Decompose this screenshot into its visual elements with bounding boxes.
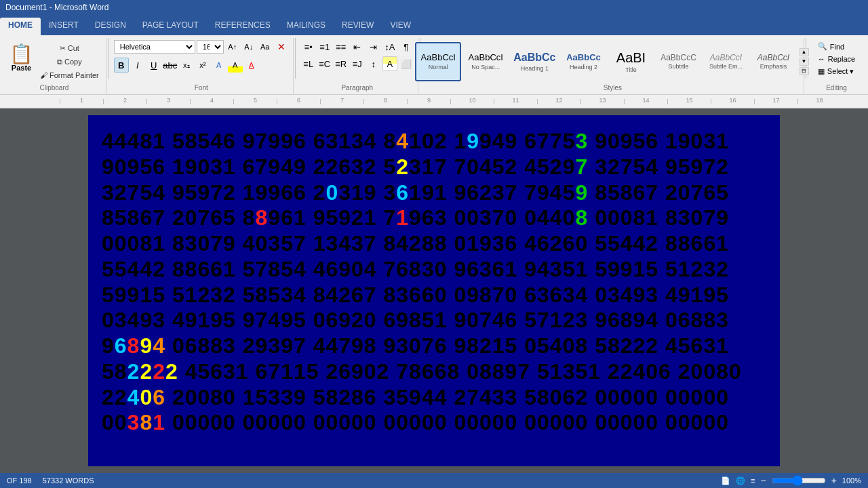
increase-font-button[interactable]: A↑	[225, 39, 240, 54]
clipboard-group-label: Clipboard	[39, 84, 68, 92]
find-label: Find	[830, 43, 844, 51]
clear-format-button[interactable]: ✕	[274, 39, 289, 54]
increase-indent-button[interactable]: ⇥	[366, 39, 381, 54]
italic-button[interactable]: I	[130, 58, 145, 73]
editing-group: 🔍 Find ↔ Replace ▦ Select ▾ Editing	[808, 38, 865, 94]
line-spacing-button[interactable]: ↕	[366, 56, 381, 71]
align-center-button[interactable]: ≡C	[317, 56, 332, 71]
superscript-button[interactable]: x²	[195, 58, 210, 73]
style-heading2[interactable]: AaBbCc Heading 2	[561, 42, 607, 81]
style-subtle-em[interactable]: AaBbCcI Subtle Em...	[703, 42, 749, 81]
style-no-space-label: No Spac...	[471, 64, 500, 70]
cut-button[interactable]: ✂ Cut	[37, 42, 102, 54]
style-normal-preview: AaBbCcI	[421, 52, 456, 63]
ruler-mark: 12	[537, 99, 580, 104]
copy-button[interactable]: ⧉ Copy	[37, 56, 102, 68]
tab-design[interactable]: DESIGN	[87, 18, 134, 35]
style-emphasis[interactable]: AaBbCcI Emphasis	[751, 42, 797, 81]
decrease-font-button[interactable]: A↓	[241, 39, 256, 54]
editing-group-label: Editing	[826, 84, 847, 92]
styles-group-label: Styles	[604, 84, 622, 92]
find-button[interactable]: 🔍 Find	[814, 41, 859, 52]
tab-insert[interactable]: INSERT	[41, 18, 87, 35]
zoom-out-button[interactable]: −	[760, 475, 766, 486]
style-normal[interactable]: AaBbCcI Normal	[415, 42, 461, 81]
tab-home[interactable]: HOME	[0, 18, 41, 35]
change-case-button[interactable]: Aa	[258, 39, 273, 54]
status-right: 📄 🌐 ≡ − + 100%	[721, 475, 861, 486]
justify-button[interactable]: ≡J	[350, 56, 365, 71]
sort-button[interactable]: ↕A	[382, 39, 397, 54]
align-right-button[interactable]: ≡R	[334, 56, 349, 71]
ruler-mark: 5	[233, 99, 277, 104]
align-left-button[interactable]: ≡L	[301, 56, 316, 71]
style-no-space[interactable]: AaBbCcI No Spac...	[462, 42, 509, 81]
doc-line: 44481 58546 97996 63134 84102 19949 6775…	[102, 129, 766, 155]
ruler-mark: 3	[146, 99, 190, 104]
status-left: OF 198 57332 WORDS	[7, 476, 94, 485]
ribbon: HOME INSERT DESIGN PAGE LAYOUT REFERENCE…	[0, 15, 868, 95]
tab-mailings[interactable]: MAILINGS	[279, 18, 334, 35]
font-family-select[interactable]: Helvetica	[114, 40, 195, 54]
find-icon: 🔍	[818, 42, 827, 51]
tab-row: HOME INSERT DESIGN PAGE LAYOUT REFERENCE…	[0, 15, 868, 35]
show-marks-button[interactable]: ¶	[399, 39, 414, 54]
view-web-icon[interactable]: 🌐	[736, 476, 745, 485]
multilevel-button[interactable]: ≡≡	[334, 39, 349, 54]
doc-content: 44481 58546 97996 63134 84102 19949 6775…	[102, 129, 766, 436]
view-outline-icon[interactable]: ≡	[751, 476, 755, 485]
title-bar: Document1 - Microsoft Word	[0, 0, 868, 15]
font-size-select[interactable]: 16.5	[197, 40, 224, 54]
bullets-button[interactable]: ≡•	[301, 39, 316, 54]
tab-view[interactable]: VIEW	[382, 18, 419, 35]
style-no-space-preview: AaBbCcI	[469, 52, 503, 63]
ruler-mark: 13	[580, 99, 624, 104]
ruler-mark: 16	[711, 99, 754, 104]
numbering-button[interactable]: ≡1	[317, 39, 332, 54]
tab-references[interactable]: REFERENCES	[207, 18, 279, 35]
doc-page[interactable]: 44481 58546 97996 63134 84102 19949 6775…	[88, 115, 780, 466]
paste-label: Paste	[12, 64, 31, 72]
style-emphasis-preview: AaBbCcI	[757, 53, 789, 62]
shading-button[interactable]: A	[382, 56, 397, 71]
page-info: OF 198	[7, 476, 32, 485]
borders-button[interactable]: ⬜	[399, 56, 414, 71]
ruler-mark: 15	[667, 99, 711, 104]
bold-button[interactable]: B	[114, 58, 129, 73]
tab-review[interactable]: REVIEW	[334, 18, 382, 35]
style-heading1[interactable]: AaBbCc Heading 1	[510, 42, 559, 81]
text-effects-button[interactable]: A	[212, 58, 226, 73]
style-subtitle-preview: AaBbCcC	[660, 53, 696, 62]
paste-button[interactable]: 📋 Paste	[7, 39, 36, 77]
format-painter-button[interactable]: 🖌 Format Painter	[37, 69, 102, 81]
doc-line: 55442 88661 57854 46904 76830 96361 9435…	[102, 257, 766, 283]
underline-button[interactable]: U	[146, 58, 161, 73]
decrease-indent-button[interactable]: ⇤	[350, 39, 365, 54]
replace-button[interactable]: ↔ Replace	[814, 54, 859, 64]
ruler-mark: 1	[60, 99, 103, 104]
title-text: Document1 - Microsoft Word	[5, 3, 109, 12]
strikethrough-button[interactable]: abc	[163, 58, 178, 73]
status-bar: OF 198 57332 WORDS 📄 🌐 ≡ − + 100%	[0, 473, 868, 488]
replace-label: Replace	[828, 55, 855, 63]
select-button[interactable]: ▦ Select ▾	[814, 66, 859, 77]
style-title-preview: AaBI	[616, 49, 646, 66]
tab-page-layout[interactable]: PAGE LAYOUT	[134, 18, 207, 35]
styles-group: AaBbCcI Normal AaBbCcI No Spac... AaBbCc…	[422, 38, 804, 94]
style-title[interactable]: AaBI Title	[608, 42, 654, 81]
ruler-mark: 4	[190, 99, 233, 104]
zoom-in-button[interactable]: +	[831, 475, 837, 486]
ruler-mark: 14	[624, 99, 667, 104]
view-print-icon[interactable]: 📄	[721, 476, 730, 485]
ruler-mark: 2	[103, 99, 146, 104]
zoom-slider[interactable]	[772, 475, 826, 486]
style-heading1-label: Heading 1	[521, 65, 549, 72]
doc-line: 00381 00000 00000 00000 00000 00000 0000…	[102, 410, 766, 436]
text-highlight-button[interactable]: A	[228, 58, 243, 73]
style-subtle-em-label: Subtle Em...	[709, 63, 743, 70]
subscript-button[interactable]: x₂	[179, 58, 194, 73]
format-painter-icon: 🖌	[40, 71, 47, 79]
font-color-button[interactable]: A	[244, 58, 259, 73]
style-subtitle[interactable]: AaBbCcC Subtitle	[656, 42, 702, 81]
replace-icon: ↔	[818, 55, 825, 63]
